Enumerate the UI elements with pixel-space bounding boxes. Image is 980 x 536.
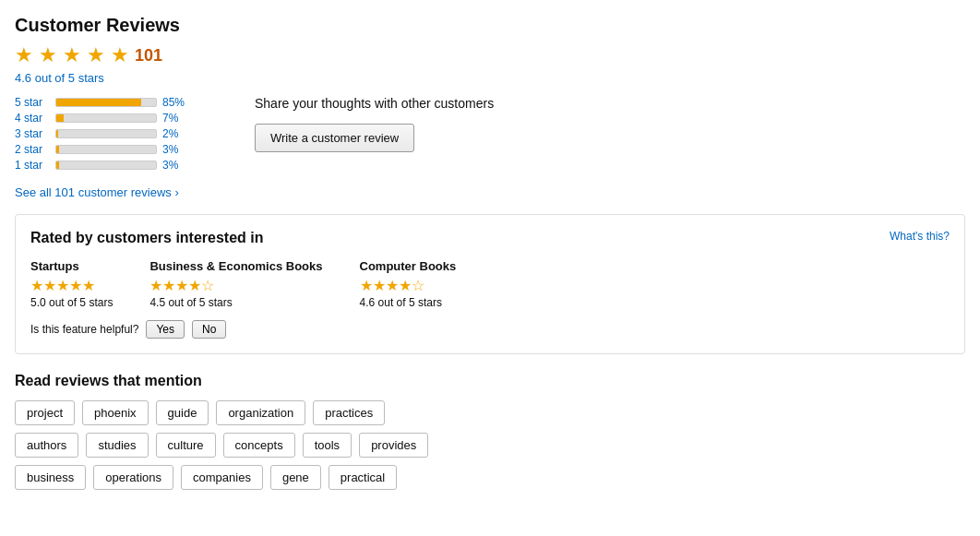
bar-fill	[56, 161, 59, 169]
tag-button[interactable]: business	[15, 465, 86, 490]
helpful-no-button[interactable]: No	[192, 320, 226, 339]
category-item: Business & Economics Books ★★★★☆ 4.5 out…	[149, 259, 322, 309]
tag-button[interactable]: organization	[216, 400, 305, 425]
category-name: Business & Economics Books	[149, 259, 322, 273]
star-bar-row: 3 star 2%	[15, 127, 218, 140]
tag-button[interactable]: provides	[359, 433, 428, 458]
category-name: Computer Books	[360, 259, 457, 273]
star-3-icon: ★	[63, 43, 81, 67]
tag-button[interactable]: gene	[270, 465, 321, 490]
star-bar-label[interactable]: 5 star	[15, 96, 50, 109]
category-rating: 4.5 out of 5 stars	[149, 296, 322, 309]
review-count: 101	[135, 46, 162, 66]
star-half-icon: ★	[111, 43, 129, 67]
bar-fill	[56, 130, 58, 137]
category-rating: 5.0 out of 5 stars	[30, 296, 113, 309]
bar-percent[interactable]: 7%	[162, 112, 178, 125]
tag-button[interactable]: guide	[156, 400, 209, 425]
tag-button[interactable]: phoenix	[82, 400, 149, 425]
star-2-icon: ★	[39, 43, 57, 67]
star-bar-label[interactable]: 4 star	[15, 112, 50, 125]
tag-button[interactable]: studies	[86, 433, 148, 458]
star-4-icon: ★	[87, 43, 105, 67]
tag-button[interactable]: project	[15, 400, 75, 425]
bar-percent[interactable]: 85%	[162, 96, 185, 109]
star-bars: 5 star 85% 4 star 7% 3 star 2% 2 star 3%…	[15, 96, 218, 174]
tags-section: projectphoenixguideorganizationpractices…	[15, 400, 965, 490]
bar-percent[interactable]: 3%	[162, 159, 178, 172]
reviews-layout: 5 star 85% 4 star 7% 3 star 2% 2 star 3%…	[15, 96, 965, 174]
bar-container	[55, 98, 157, 107]
star-bar-row: 4 star 7%	[15, 112, 218, 125]
write-review-section: Share your thoughts with other customers…	[255, 96, 965, 174]
write-review-button[interactable]: Write a customer review	[255, 124, 414, 152]
bar-fill	[56, 146, 59, 153]
share-text: Share your thoughts with other customers	[255, 96, 965, 111]
see-all-reviews-link[interactable]: See all 101 customer reviews ›	[15, 185, 965, 199]
avg-rating-link[interactable]: 4.6 out of 5 stars	[15, 71, 104, 85]
star-bar-label[interactable]: 3 star	[15, 127, 50, 140]
bar-container	[55, 161, 157, 170]
star-bar-label[interactable]: 1 star	[15, 159, 50, 172]
tags-row: businessoperationscompaniesgenepractical	[15, 465, 965, 490]
helpful-text: Is this feature helpful?	[30, 323, 138, 336]
tags-row: projectphoenixguideorganizationpractices	[15, 400, 965, 425]
tag-button[interactable]: authors	[15, 433, 78, 458]
star-1-icon: ★	[15, 43, 33, 67]
category-name: Startups	[30, 259, 113, 273]
tag-button[interactable]: practical	[329, 465, 397, 490]
category-stars: ★★★★☆	[360, 277, 457, 294]
stars-summary: ★ ★ ★ ★ ★ 101	[15, 43, 965, 67]
bar-container	[55, 113, 157, 123]
bar-fill	[56, 114, 64, 122]
page-title: Customer Reviews	[15, 15, 965, 36]
bar-container	[55, 129, 157, 138]
rated-heading: Rated by customers interested in	[30, 230, 950, 246]
category-stars: ★★★★★	[30, 277, 113, 294]
bar-percent[interactable]: 2%	[162, 127, 178, 140]
star-bar-row: 2 star 3%	[15, 143, 218, 156]
category-item: Startups ★★★★★ 5.0 out of 5 stars	[30, 259, 113, 309]
bar-fill	[56, 99, 141, 106]
bar-container	[55, 145, 157, 154]
star-bar-row: 5 star 85%	[15, 96, 218, 109]
helpful-row: Is this feature helpful? Yes No	[30, 320, 950, 339]
bar-percent[interactable]: 3%	[162, 143, 178, 156]
category-rating: 4.6 out of 5 stars	[360, 296, 457, 309]
categories-row: Startups ★★★★★ 5.0 out of 5 stars Busine…	[30, 259, 950, 309]
star-bar-label[interactable]: 2 star	[15, 143, 50, 156]
whats-this-link[interactable]: What's this?	[890, 230, 950, 243]
mention-title: Read reviews that mention	[15, 373, 965, 389]
category-stars: ★★★★☆	[149, 277, 322, 294]
tags-row: authorsstudiescultureconceptstoolsprovid…	[15, 433, 965, 458]
tag-button[interactable]: concepts	[223, 433, 295, 458]
helpful-yes-button[interactable]: Yes	[146, 320, 185, 339]
category-item: Computer Books ★★★★☆ 4.6 out of 5 stars	[360, 259, 457, 309]
tag-button[interactable]: operations	[93, 465, 173, 490]
tag-button[interactable]: tools	[303, 433, 352, 458]
rated-by-box: Rated by customers interested in What's …	[15, 214, 965, 354]
tag-button[interactable]: culture	[156, 433, 216, 458]
tag-button[interactable]: companies	[181, 465, 263, 490]
tag-button[interactable]: practices	[313, 400, 385, 425]
star-bar-row: 1 star 3%	[15, 159, 218, 172]
